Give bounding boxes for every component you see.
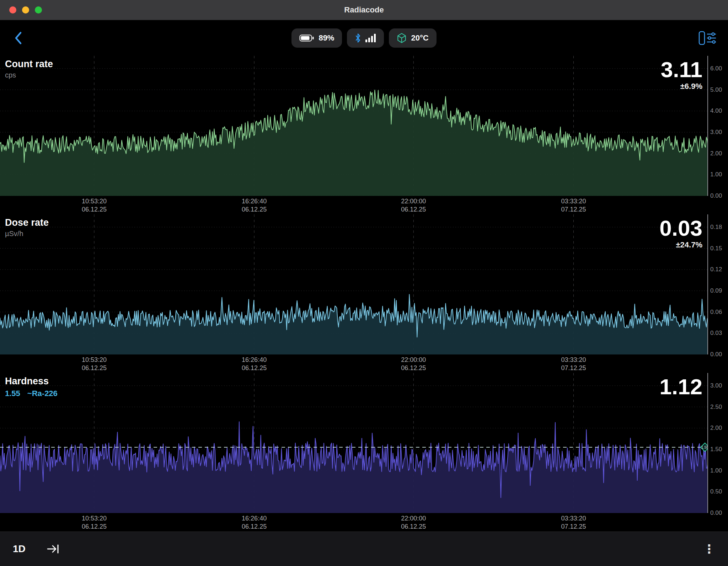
- x-tick-label: 22:00:0006.12.25: [401, 197, 426, 213]
- chart-units: cps: [5, 71, 53, 79]
- y-tick-label: 0.03: [710, 330, 722, 337]
- x-tick-label: 16:26:4006.12.25: [242, 356, 267, 372]
- battery-icon: [299, 34, 314, 42]
- y-tick-label: 4.00: [710, 107, 722, 114]
- more-options-button[interactable]: ⋮: [703, 543, 715, 555]
- hardness-x-axis: 10:53:2006.12.2516:26:4006.12.2522:00:00…: [0, 513, 708, 532]
- jump-to-latest-button[interactable]: [46, 543, 60, 555]
- dose-rate-chart-svg: [0, 214, 708, 354]
- device-settings-icon: [698, 30, 717, 46]
- minimize-window-button[interactable]: [22, 6, 29, 14]
- hardness-readout: 1.12: [659, 375, 702, 398]
- chart-title: Hardness: [5, 376, 58, 387]
- y-tick-label: 6.00: [710, 65, 722, 72]
- back-button[interactable]: [11, 29, 26, 47]
- y-tick-label: 2.00: [710, 150, 722, 157]
- battery-percent-label: 89%: [318, 33, 334, 43]
- count-rate-y-axis: 6.005.004.003.002.001.000.00: [708, 56, 728, 196]
- chart-title: Dose rate: [5, 217, 49, 228]
- hardness-chart-svg: 1.55: [0, 373, 708, 513]
- time-range-button[interactable]: 1D: [13, 543, 26, 555]
- value-uncertainty: ±6.9%: [661, 82, 702, 91]
- dose-rate-header: Dose rate µSv/h: [5, 217, 49, 238]
- reference-isotope-label: ~Ra-226: [27, 389, 58, 398]
- chevron-left-icon: [14, 31, 23, 45]
- y-tick-label: 0.18: [710, 224, 722, 231]
- x-tick-label: 22:00:0006.12.25: [401, 514, 426, 530]
- y-tick-label: 1.00: [710, 467, 722, 474]
- dose-rate-chart-section: Dose rate µSv/h 0.03 ±24.7% 0.180.150.12…: [0, 214, 728, 373]
- x-tick-label: 03:33:2007.12.25: [561, 197, 586, 213]
- window-title: Radiacode: [344, 5, 384, 15]
- y-tick-label: 2.50: [710, 404, 722, 411]
- reference-hardness-value: 1.55: [5, 389, 20, 398]
- x-tick-label: 03:33:2007.12.25: [561, 514, 586, 530]
- status-pills: 89% 20°C: [291, 28, 436, 48]
- y-tick-label: 0.00: [710, 351, 722, 358]
- value-uncertainty: ±24.7%: [659, 240, 702, 250]
- y-tick-label: 0.50: [710, 488, 722, 495]
- count-rate-chart-section: Count rate cps 3.11 ±6.9% 6.005.004.003.…: [0, 56, 728, 214]
- hardness-y-axis: 3.002.502.001.501.000.500.00: [708, 373, 728, 513]
- count-rate-plot[interactable]: Count rate cps 3.11 ±6.9%: [0, 56, 708, 196]
- current-value: 1.12: [659, 375, 702, 398]
- y-tick-label: 0.06: [710, 309, 722, 316]
- y-tick-label: 0.15: [710, 245, 722, 252]
- toolbar: 89% 20°C: [0, 20, 728, 56]
- y-tick-label: 0.00: [710, 509, 722, 517]
- bluetooth-signal-pill[interactable]: [347, 28, 384, 48]
- cube-icon: [397, 33, 407, 43]
- dose-rate-y-axis: 0.180.150.120.090.060.030.00: [708, 214, 728, 354]
- x-tick-label: 22:00:0006.12.25: [401, 356, 426, 372]
- y-tick-label: 3.00: [710, 382, 722, 389]
- x-tick-label: 16:26:4006.12.25: [242, 197, 267, 213]
- x-tick-label: 16:26:4006.12.25: [242, 514, 267, 530]
- svg-text:1.55: 1.55: [701, 445, 708, 449]
- bottom-toolbar: 1D ⋮: [0, 532, 728, 566]
- x-tick-label: 03:33:2007.12.25: [561, 356, 586, 372]
- y-tick-label: 2.00: [710, 424, 722, 432]
- y-tick-label: 1.00: [710, 171, 722, 178]
- y-tick-label: 0.09: [710, 287, 722, 294]
- skip-to-end-icon: [46, 543, 60, 555]
- dose-rate-readout: 0.03 ±24.7%: [659, 217, 702, 250]
- bluetooth-icon: [355, 33, 361, 43]
- x-tick-label: 10:53:2006.12.25: [82, 514, 107, 530]
- chart-title: Count rate: [5, 59, 53, 70]
- y-tick-label: 0.00: [710, 192, 722, 199]
- current-value: 3.11: [661, 58, 702, 81]
- window-controls: [9, 0, 42, 20]
- current-value: 0.03: [659, 217, 702, 240]
- battery-status-pill[interactable]: 89%: [291, 28, 342, 48]
- hardness-isotope-annotation: 1.55 ~Ra-226: [5, 389, 58, 398]
- count-rate-header: Count rate cps: [5, 59, 53, 79]
- close-window-button[interactable]: [9, 6, 16, 14]
- count-rate-chart-svg: [0, 56, 708, 196]
- hardness-chart-section: Hardness 1.55 ~Ra-226 1.12 1.55 3.002.50…: [0, 373, 728, 532]
- x-tick-label: 10:53:2006.12.25: [82, 356, 107, 372]
- zoom-window-button[interactable]: [35, 6, 42, 14]
- device-settings-button[interactable]: [697, 29, 717, 47]
- count-rate-readout: 3.11 ±6.9%: [661, 58, 702, 91]
- count-rate-x-axis: 10:53:2006.12.2516:26:4006.12.2522:00:00…: [0, 196, 708, 214]
- window-titlebar: Radiacode: [0, 0, 728, 20]
- y-tick-label: 5.00: [710, 86, 722, 94]
- y-tick-label: 0.12: [710, 266, 722, 273]
- hardness-plot[interactable]: Hardness 1.55 ~Ra-226 1.12 1.55: [0, 373, 708, 513]
- temperature-pill[interactable]: 20°C: [389, 28, 436, 48]
- y-tick-label: 3.00: [710, 129, 722, 136]
- x-tick-label: 10:53:2006.12.25: [82, 197, 107, 213]
- temperature-label: 20°C: [411, 33, 428, 43]
- charts-container: Count rate cps 3.11 ±6.9% 6.005.004.003.…: [0, 56, 728, 532]
- y-tick-label: 1.50: [710, 446, 722, 453]
- dose-rate-x-axis: 10:53:2006.12.2516:26:4006.12.2522:00:00…: [0, 354, 708, 373]
- dose-rate-plot[interactable]: Dose rate µSv/h 0.03 ±24.7%: [0, 214, 708, 354]
- hardness-header: Hardness 1.55 ~Ra-226: [5, 376, 58, 398]
- signal-bars-icon: [365, 33, 376, 43]
- chart-units: µSv/h: [5, 230, 49, 238]
